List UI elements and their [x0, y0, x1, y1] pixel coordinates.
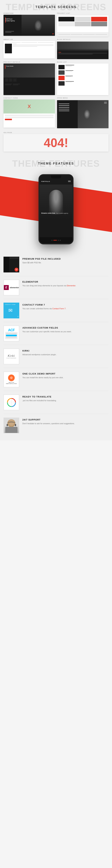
feature-elementor: elementor ELEMENTOR You can drag and dro…	[3, 276, 109, 299]
phone-menu-line-1	[68, 181, 71, 181]
cf7-number: 7	[18, 316, 18, 317]
blog-list-mockup	[57, 63, 109, 95]
menu-item-2	[59, 107, 69, 107]
about-image	[5, 44, 12, 53]
psd-icon-box: SAVE $5	[3, 257, 19, 273]
phone-header: PORTFOLIO	[40, 178, 72, 185]
blog-details-label-row: BLOG DETAILS	[57, 39, 109, 41]
support-feature-desc: Don't hesitate to ask for answers, quest…	[23, 422, 109, 425]
elementor-icon: elementor	[3, 280, 19, 296]
acf-screenshot	[5, 332, 17, 339]
contact-submit-btn[interactable]	[5, 119, 12, 120]
phone-menu-btn[interactable]	[68, 181, 71, 182]
project-list-bottom	[57, 32, 109, 36]
about-screen-col: ABOUT US	[3, 39, 55, 59]
error-label: 404 PAGE	[3, 132, 109, 133]
hamburger-icon[interactable]	[104, 102, 107, 104]
acf-feature-desc: You can customize your specific meta box…	[23, 330, 109, 333]
screens-row-2: ABOUT US BL	[3, 39, 109, 59]
project-details-label: PROJECT DETAILS	[3, 61, 55, 63]
acf-row-1	[6, 333, 17, 334]
support-icon-box	[3, 417, 19, 433]
cf7-feature-title: CONTACT FORM 7	[23, 304, 109, 306]
psd-icon: SAVE $5	[3, 257, 19, 273]
project-col2-l1	[13, 84, 20, 84]
cf7-link[interactable]: Contact Form 7	[52, 308, 66, 310]
acf-feature-content: ADVANCED CUSTOM FIELDS You can customize…	[23, 326, 109, 333]
cf7-icon-box: CONTACT FORM 7	[3, 303, 19, 318]
screens-row-4: CONTACT FORM X OPEN MENU	[3, 97, 109, 128]
blog-list-item-2	[59, 70, 107, 75]
about-red-line	[13, 44, 16, 44]
globe-icon	[7, 398, 16, 407]
homepage-title-text: PORTFOLIOCreative Agency	[5, 18, 15, 22]
menu-item-red	[59, 104, 69, 104]
open-menu-screen-col: OPEN MENU	[57, 97, 109, 128]
about-line-1	[13, 44, 53, 45]
elementor-icon-box: elementor	[3, 280, 19, 296]
translate-feature-desc: .po/.mo files are included for translati…	[23, 399, 109, 402]
about-content	[5, 44, 53, 53]
blog-details-card	[57, 41, 109, 59]
error-mockup: 404!	[3, 134, 109, 152]
project-col-1	[5, 84, 12, 86]
psd-feature-title: PREMIUM PSD FILE INCLUDED	[23, 257, 109, 260]
feature-kirki: Kirki customizer KIRKI Advanced wordpres…	[3, 345, 109, 368]
about-top-bar	[5, 42, 53, 43]
menu-item-4	[59, 111, 69, 111]
blog-item4-img	[59, 81, 65, 86]
screens-row-3: PROJECT DETAILS Project Details	[3, 61, 109, 95]
project-details-image: Project Details	[3, 63, 55, 78]
kirki-logo-text: Kirki	[6, 354, 16, 358]
project-col1-l1	[5, 84, 12, 84]
cf7-plane-icon	[8, 308, 14, 314]
contact-card: X	[3, 99, 55, 127]
feature-cf7: CONTACT FORM 7 CONTACT FORM 7 You can cr…	[3, 299, 109, 322]
elementor-text: elementor	[10, 286, 19, 288]
about-line-2	[13, 45, 53, 46]
phone-container: PORTFOLIO Dreams come true. Your creativ…	[3, 171, 109, 248]
project-grid-item-5	[75, 22, 91, 26]
homepage-mockup: PORTFOLIOCreative Agency	[3, 15, 55, 36]
kirki-icon-box: Kirki customizer	[3, 348, 19, 364]
blog-item2-txt	[66, 70, 73, 72]
contact-label: CONTACT FORM	[3, 97, 55, 99]
blog-list-label: BLOG LIST	[57, 61, 109, 63]
support-headset-icon	[7, 422, 15, 425]
support-person	[4, 418, 19, 433]
phone-feature-wrapper: PORTFOLIO Dreams come true. Your creativ…	[3, 171, 109, 248]
open-menu-mockup	[57, 100, 109, 128]
blog-list-card	[57, 63, 109, 95]
blog-item1-l3	[66, 66, 72, 67]
phone-hero-img: Dreams come true. Your creative agency	[40, 185, 72, 220]
phone-bottom-nav	[40, 237, 72, 243]
acf-icon-box: ACF	[3, 326, 19, 341]
nav-dot-2	[58, 240, 59, 241]
support-icon	[3, 417, 19, 433]
blog-list-item-1	[59, 65, 107, 69]
project-col1-l2	[5, 85, 11, 85]
project-grid-item-3	[91, 17, 107, 22]
elementor-link[interactable]: Elementor	[67, 284, 75, 287]
acf-row-3	[6, 337, 17, 338]
project-list-label-row: PROJECT LIST	[57, 12, 109, 15]
support-body	[5, 427, 17, 433]
project-details-card: Project Details	[3, 63, 55, 95]
blog-details-screen-col: BLOG DETAILS	[57, 39, 109, 59]
project-icon-3	[13, 79, 16, 82]
project-details-title: Project Details	[6, 66, 13, 67]
blog-details-label: BLOG DETAILS	[57, 39, 71, 40]
psd-feature-desc: Save $$ with PSD file.	[23, 261, 109, 265]
psd-sidebar	[3, 257, 9, 273]
contact-form-area	[3, 114, 55, 121]
project-details-screen-col: PROJECT DETAILS Project Details	[3, 61, 55, 95]
blog-item1-l1	[66, 65, 74, 65]
blog-list-screen-col: BLOG LIST	[57, 61, 109, 95]
elementor-logo: elementor	[4, 285, 19, 290]
kirki-logo-sub: customizer	[6, 358, 16, 359]
contact-field-2	[5, 117, 53, 118]
project-details-bottom	[3, 83, 55, 87]
project-list-mockup	[57, 16, 109, 36]
project-icon-2	[9, 79, 12, 82]
acf-feature-title: ADVANCED CUSTOM FIELDS	[23, 327, 109, 329]
